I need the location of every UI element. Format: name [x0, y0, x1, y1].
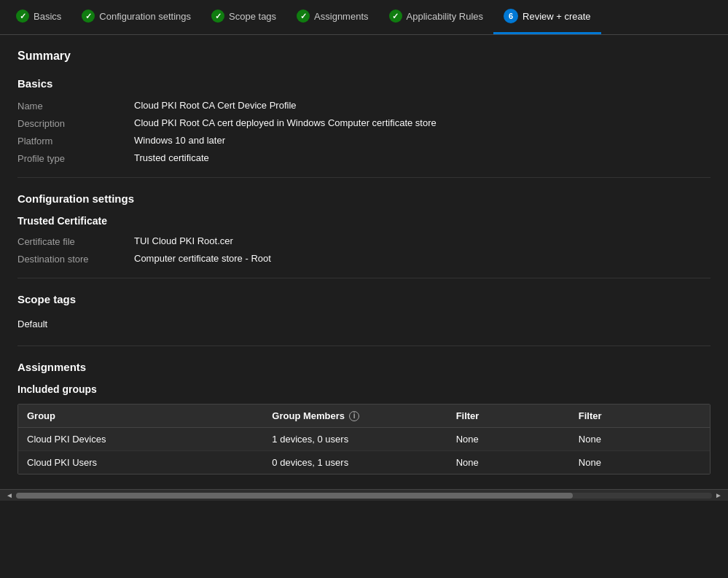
description-label: Description — [17, 117, 134, 129]
profile-type-value: Trusted certificate — [134, 152, 209, 163]
divider-1 — [17, 177, 711, 178]
tab-basics[interactable]: Basics — [6, 0, 71, 34]
basics-check-icon — [16, 9, 29, 23]
assignments-check-icon — [297, 9, 310, 23]
scrollbar-thumb[interactable] — [16, 493, 573, 499]
divider-3 — [17, 345, 711, 346]
field-name: Name Cloud PKI Root CA Cert Device Profi… — [17, 100, 711, 112]
trusted-cert-subheading: Trusted Certificate — [17, 215, 711, 227]
divider-2 — [17, 278, 711, 278]
row0-group: Cloud PKI Devices — [27, 434, 272, 445]
included-groups-subheading: Included groups — [17, 383, 711, 395]
name-label: Name — [17, 100, 134, 112]
scroll-left-arrow[interactable]: ◄ — [3, 491, 16, 499]
destination-store-value: Computer certificate store - Root — [134, 253, 271, 264]
field-cert-file: Certificate file TUI Cloud PKI Root.cer — [17, 235, 711, 247]
field-platform: Platform Windows 10 and later — [17, 135, 711, 147]
summary-title: Summary — [17, 50, 711, 63]
col-header-filter: Filter — [456, 410, 579, 421]
scope-tags-section-header: Scope tags — [17, 293, 711, 305]
profile-type-label: Profile type — [17, 152, 134, 164]
scope-tag-default: Default — [17, 316, 711, 332]
group-members-info-icon[interactable]: i — [349, 411, 359, 421]
cert-file-label: Certificate file — [17, 235, 134, 247]
tab-review[interactable]: 6 Review + create — [493, 0, 601, 34]
tab-applicability-label: Applicability Rules — [407, 11, 484, 22]
row0-filter-mode: None — [579, 434, 701, 445]
row1-filter: None — [456, 457, 579, 468]
platform-label: Platform — [17, 135, 134, 147]
tab-assignments[interactable]: Assignments — [286, 0, 378, 34]
assignments-section-header: Assignments — [17, 361, 711, 373]
destination-store-label: Destination store — [17, 253, 134, 265]
basics-fields: Name Cloud PKI Root CA Cert Device Profi… — [17, 100, 711, 164]
config-section-header: Configuration settings — [17, 192, 711, 205]
row1-members: 0 devices, 1 users — [272, 457, 455, 468]
tab-config[interactable]: Configuration settings — [71, 0, 201, 34]
scrollbar-track[interactable] — [16, 493, 712, 499]
tab-scope[interactable]: Scope tags — [201, 0, 286, 34]
review-number-badge: 6 — [504, 9, 518, 23]
main-content: Summary Basics Name Cloud PKI Root CA Ce… — [0, 35, 728, 489]
row1-group: Cloud PKI Users — [27, 457, 272, 468]
col-header-group: Group — [27, 410, 272, 421]
field-description: Description Cloud PKI Root CA cert deplo… — [17, 117, 711, 129]
basics-section-header: Basics — [17, 77, 711, 90]
tab-assignments-label: Assignments — [314, 11, 368, 22]
trusted-cert-fields: Certificate file TUI Cloud PKI Root.cer … — [17, 235, 711, 265]
description-value: Cloud PKI Root CA cert deployed in Windo… — [134, 117, 437, 128]
top-nav: Basics Configuration settings Scope tags… — [0, 0, 728, 35]
bottom-scrollbar[interactable]: ◄ ► — [0, 489, 728, 501]
tab-config-label: Configuration settings — [99, 11, 191, 22]
col-header-filter-mode: Filter — [579, 410, 701, 421]
col-header-group-members: Group Members i — [272, 410, 455, 421]
cert-file-value: TUI Cloud PKI Root.cer — [134, 235, 233, 246]
scope-check-icon — [211, 9, 224, 23]
row1-filter-mode: None — [579, 457, 701, 468]
applicability-check-icon — [389, 9, 402, 23]
field-destination-store: Destination store Computer certificate s… — [17, 253, 711, 265]
tab-scope-label: Scope tags — [229, 11, 276, 22]
tab-applicability[interactable]: Applicability Rules — [379, 0, 494, 34]
field-profile-type: Profile type Trusted certificate — [17, 152, 711, 164]
row0-filter: None — [456, 434, 579, 445]
table-row: Cloud PKI Devices 1 devices, 0 users Non… — [18, 428, 710, 451]
platform-value: Windows 10 and later — [134, 135, 225, 146]
tab-basics-label: Basics — [34, 11, 61, 22]
config-check-icon — [82, 9, 95, 23]
name-value: Cloud PKI Root CA Cert Device Profile — [134, 100, 297, 111]
scroll-right-arrow[interactable]: ► — [712, 491, 725, 499]
table-row: Cloud PKI Users 0 devices, 1 users None … — [18, 451, 710, 474]
included-groups-table: Group Group Members i Filter Filter Clou… — [17, 404, 711, 474]
tab-review-label: Review + create — [522, 11, 591, 22]
table-header-row: Group Group Members i Filter Filter — [18, 405, 710, 428]
row0-members: 1 devices, 0 users — [272, 434, 455, 445]
